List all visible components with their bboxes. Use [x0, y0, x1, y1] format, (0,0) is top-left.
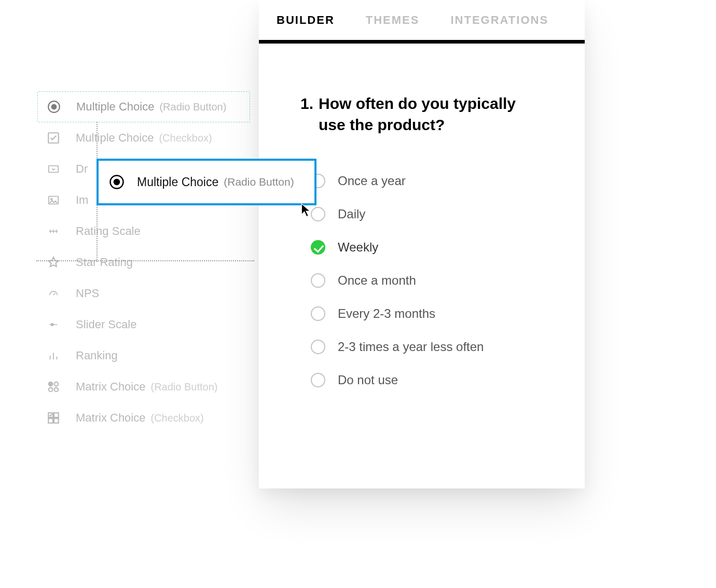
dragging-question-type[interactable]: Multiple Choice (Radio Button)	[97, 159, 316, 205]
image-icon	[47, 193, 60, 207]
radio-icon	[311, 340, 325, 354]
question-number: 1.	[300, 93, 313, 135]
palette-item-sublabel: (Checkbox)	[159, 132, 212, 144]
radio-selected-icon	[311, 240, 325, 255]
palette-item-sublabel: (Checkbox)	[150, 412, 203, 424]
rating-scale-icon	[47, 225, 60, 238]
checkbox-icon	[47, 131, 60, 145]
svg-rect-15	[54, 418, 59, 423]
builder-tabs: BUILDER THEMES INTEGRATIONS	[259, 0, 585, 44]
question-type-palette: Multiple Choice (Radio Button) Multiple …	[37, 91, 250, 433]
question-text: How often do you typically use the produ…	[319, 93, 543, 135]
svg-point-10	[49, 388, 53, 392]
svg-rect-14	[48, 418, 53, 423]
option-2-3-times-a-year[interactable]: 2-3 times a year less often	[311, 330, 543, 363]
option-label: Once a year	[338, 174, 406, 188]
palette-item-rating-scale[interactable]: Rating Scale	[37, 216, 250, 247]
svg-point-6	[51, 324, 54, 326]
svg-rect-3	[49, 166, 58, 173]
svg-point-5	[51, 199, 52, 200]
option-every-2-3-months[interactable]: Every 2-3 months	[311, 297, 543, 330]
palette-item-matrix-checkbox[interactable]: Matrix Choice (Checkbox)	[37, 402, 250, 433]
dropdown-icon	[47, 162, 60, 176]
palette-item-ranking[interactable]: Ranking	[37, 340, 250, 371]
tab-integrations[interactable]: INTEGRATIONS	[450, 13, 548, 27]
gauge-icon	[47, 287, 60, 300]
palette-item-label: Multiple Choice	[76, 100, 154, 114]
question-block: 1. How often do you typically use the pr…	[259, 44, 585, 397]
matrix-check-icon	[47, 411, 60, 425]
radio-icon	[311, 273, 325, 288]
question-title: 1. How often do you typically use the pr…	[300, 93, 543, 135]
option-label: Daily	[338, 207, 365, 221]
svg-rect-13	[54, 413, 59, 417]
option-once-a-year[interactable]: Once a year	[311, 164, 543, 198]
ranking-icon	[47, 349, 60, 362]
palette-item-mc-radio[interactable]: Multiple Choice (Radio Button)	[37, 91, 250, 122]
tab-builder[interactable]: BUILDER	[277, 13, 335, 27]
matrix-radio-icon	[47, 380, 60, 394]
radio-icon	[311, 373, 325, 387]
palette-item-sublabel: (Radio Button)	[150, 381, 217, 393]
tab-themes[interactable]: THEMES	[366, 13, 420, 27]
svg-point-8	[50, 383, 51, 385]
option-label: Do not use	[338, 373, 398, 387]
option-weekly[interactable]: Weekly	[311, 231, 543, 264]
question-options: Once a year Daily Weekly Once a month Ev…	[300, 164, 543, 397]
palette-item-label: Matrix Choice	[76, 411, 145, 425]
palette-item-star-rating[interactable]: Star Rating	[37, 247, 250, 278]
cursor-icon	[301, 203, 312, 218]
builder-panel: BUILDER THEMES INTEGRATIONS 1. How often…	[259, 0, 585, 488]
star-icon	[47, 256, 60, 269]
radio-icon	[109, 174, 125, 190]
radio-icon	[311, 306, 325, 321]
radio-icon	[47, 100, 61, 114]
palette-item-label: Matrix Choice	[76, 380, 145, 394]
svg-point-1	[52, 105, 57, 109]
option-label: Once a month	[338, 273, 416, 288]
option-do-not-use[interactable]: Do not use	[311, 363, 543, 397]
palette-item-label: Rating Scale	[76, 225, 141, 238]
option-label: 2-3 times a year less often	[338, 340, 484, 354]
option-label: Weekly	[338, 240, 378, 255]
radio-icon	[311, 207, 325, 221]
palette-item-label: Multiple Choice	[76, 131, 154, 145]
palette-item-sublabel: (Radio Button)	[159, 101, 226, 113]
drag-card-sublabel: (Radio Button)	[224, 176, 294, 188]
palette-item-label: Star Rating	[76, 256, 133, 269]
svg-point-9	[54, 382, 59, 386]
palette-item-label: Dr	[76, 162, 88, 176]
svg-point-17	[114, 179, 119, 185]
palette-item-label: Ranking	[76, 349, 118, 362]
slider-icon	[47, 318, 60, 331]
palette-item-slider-scale[interactable]: Slider Scale	[37, 309, 250, 340]
drag-card-label: Multiple Choice	[137, 175, 218, 189]
palette-item-label: Im	[76, 193, 88, 207]
option-label: Every 2-3 months	[338, 306, 435, 321]
palette-item-matrix-radio[interactable]: Matrix Choice (Radio Button)	[37, 371, 250, 402]
palette-item-mc-checkbox[interactable]: Multiple Choice (Checkbox)	[37, 122, 250, 153]
palette-item-nps[interactable]: NPS	[37, 278, 250, 309]
svg-point-11	[54, 388, 59, 392]
palette-item-label: Slider Scale	[76, 318, 136, 331]
palette-item-label: NPS	[76, 287, 99, 300]
option-daily[interactable]: Daily	[311, 198, 543, 231]
option-once-a-month[interactable]: Once a month	[311, 264, 543, 297]
drag-guide-horizontal	[36, 260, 254, 261]
